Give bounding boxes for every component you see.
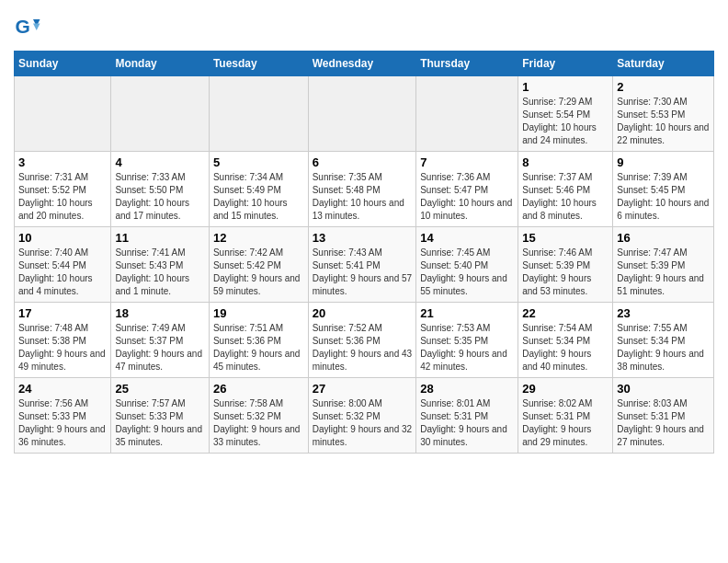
calendar-day-cell: 5 Sunrise: 7:34 AM Sunset: 5:49 PM Dayli… (209, 152, 308, 227)
calendar-week-row: 3 Sunrise: 7:31 AM Sunset: 5:52 PM Dayli… (15, 152, 714, 227)
day-info: Sunrise: 7:37 AM Sunset: 5:46 PM Dayligh… (522, 171, 609, 223)
svg-marker-2 (33, 24, 40, 31)
day-number: 12 (213, 231, 304, 245)
day-number: 23 (617, 306, 710, 320)
logo-icon: G (14, 14, 41, 41)
svg-text:G: G (16, 16, 30, 37)
calendar-week-row: 17 Sunrise: 7:48 AM Sunset: 5:38 PM Dayl… (15, 303, 714, 378)
calendar-day-cell: 22 Sunrise: 7:54 AM Sunset: 5:34 PM Dayl… (518, 303, 613, 378)
calendar-day-cell: 19 Sunrise: 7:51 AM Sunset: 5:36 PM Dayl… (209, 303, 308, 378)
calendar-day-cell: 10 Sunrise: 7:40 AM Sunset: 5:44 PM Dayl… (15, 227, 111, 303)
calendar-day-cell: 6 Sunrise: 7:35 AM Sunset: 5:48 PM Dayli… (308, 152, 416, 227)
day-info: Sunrise: 7:33 AM Sunset: 5:50 PM Dayligh… (115, 171, 204, 223)
calendar-day-cell: 3 Sunrise: 7:31 AM Sunset: 5:52 PM Dayli… (15, 152, 111, 227)
day-number: 3 (18, 155, 107, 169)
day-info: Sunrise: 7:47 AM Sunset: 5:39 PM Dayligh… (617, 247, 710, 298)
calendar-day-cell: 23 Sunrise: 7:55 AM Sunset: 5:34 PM Dayl… (613, 303, 714, 378)
calendar-week-row: 10 Sunrise: 7:40 AM Sunset: 5:44 PM Dayl… (15, 227, 714, 303)
day-number: 13 (313, 231, 413, 245)
day-number: 10 (18, 231, 107, 245)
day-number: 20 (313, 306, 413, 320)
weekday-header: Thursday (416, 52, 518, 76)
day-info: Sunrise: 7:49 AM Sunset: 5:37 PM Dayligh… (115, 322, 204, 373)
calendar-day-cell: 14 Sunrise: 7:45 AM Sunset: 5:40 PM Dayl… (416, 227, 518, 303)
day-number: 9 (617, 155, 710, 169)
calendar-day-cell: 24 Sunrise: 7:56 AM Sunset: 5:33 PM Dayl… (15, 378, 111, 454)
calendar-day-cell (308, 76, 416, 152)
day-number: 28 (420, 382, 514, 396)
day-number: 11 (115, 231, 204, 245)
day-number: 26 (213, 382, 304, 396)
day-number: 7 (420, 155, 514, 169)
page-header: G (14, 14, 714, 41)
calendar-day-cell: 18 Sunrise: 7:49 AM Sunset: 5:37 PM Dayl… (111, 303, 209, 378)
weekday-header: Saturday (613, 52, 714, 76)
day-number: 18 (115, 306, 204, 320)
weekday-header: Wednesday (308, 52, 416, 76)
calendar-day-cell: 29 Sunrise: 8:02 AM Sunset: 5:31 PM Dayl… (518, 378, 613, 454)
calendar-day-cell: 1 Sunrise: 7:29 AM Sunset: 5:54 PM Dayli… (518, 76, 613, 152)
day-number: 5 (213, 155, 304, 169)
day-info: Sunrise: 8:03 AM Sunset: 5:31 PM Dayligh… (617, 397, 710, 449)
day-info: Sunrise: 7:53 AM Sunset: 5:35 PM Dayligh… (420, 322, 514, 373)
calendar-day-cell: 7 Sunrise: 7:36 AM Sunset: 5:47 PM Dayli… (416, 152, 518, 227)
day-info: Sunrise: 8:00 AM Sunset: 5:32 PM Dayligh… (313, 397, 413, 449)
calendar-day-cell: 2 Sunrise: 7:30 AM Sunset: 5:53 PM Dayli… (613, 76, 714, 152)
weekday-header: Tuesday (209, 52, 308, 76)
day-number: 21 (420, 306, 514, 320)
calendar-day-cell: 17 Sunrise: 7:48 AM Sunset: 5:38 PM Dayl… (15, 303, 111, 378)
day-info: Sunrise: 7:31 AM Sunset: 5:52 PM Dayligh… (18, 171, 107, 223)
day-number: 15 (522, 231, 609, 245)
day-info: Sunrise: 7:52 AM Sunset: 5:36 PM Dayligh… (313, 322, 413, 373)
weekday-header: Sunday (15, 52, 111, 76)
calendar-day-cell (416, 76, 518, 152)
calendar-day-cell: 8 Sunrise: 7:37 AM Sunset: 5:46 PM Dayli… (518, 152, 613, 227)
day-number: 22 (522, 306, 609, 320)
calendar-week-row: 24 Sunrise: 7:56 AM Sunset: 5:33 PM Dayl… (15, 378, 714, 454)
day-number: 4 (115, 155, 204, 169)
day-number: 19 (213, 306, 304, 320)
day-number: 6 (313, 155, 413, 169)
day-info: Sunrise: 7:34 AM Sunset: 5:49 PM Dayligh… (213, 171, 304, 223)
day-info: Sunrise: 7:30 AM Sunset: 5:53 PM Dayligh… (617, 96, 710, 147)
calendar-day-cell: 4 Sunrise: 7:33 AM Sunset: 5:50 PM Dayli… (111, 152, 209, 227)
calendar-day-cell: 25 Sunrise: 7:57 AM Sunset: 5:33 PM Dayl… (111, 378, 209, 454)
calendar-week-row: 1 Sunrise: 7:29 AM Sunset: 5:54 PM Dayli… (15, 76, 714, 152)
day-info: Sunrise: 7:39 AM Sunset: 5:45 PM Dayligh… (617, 171, 710, 223)
day-number: 25 (115, 382, 204, 396)
calendar-day-cell (15, 76, 111, 152)
calendar-day-cell (209, 76, 308, 152)
day-info: Sunrise: 7:48 AM Sunset: 5:38 PM Dayligh… (18, 322, 107, 373)
day-info: Sunrise: 7:51 AM Sunset: 5:36 PM Dayligh… (213, 322, 304, 373)
day-info: Sunrise: 7:54 AM Sunset: 5:34 PM Dayligh… (522, 322, 609, 373)
day-number: 16 (617, 231, 710, 245)
day-info: Sunrise: 7:40 AM Sunset: 5:44 PM Dayligh… (18, 247, 107, 298)
weekday-header-row: SundayMondayTuesdayWednesdayThursdayFrid… (15, 52, 714, 76)
calendar-day-cell: 28 Sunrise: 8:01 AM Sunset: 5:31 PM Dayl… (416, 378, 518, 454)
day-number: 17 (18, 306, 107, 320)
calendar-day-cell: 9 Sunrise: 7:39 AM Sunset: 5:45 PM Dayli… (613, 152, 714, 227)
day-info: Sunrise: 7:57 AM Sunset: 5:33 PM Dayligh… (115, 397, 204, 449)
day-info: Sunrise: 7:35 AM Sunset: 5:48 PM Dayligh… (313, 171, 413, 223)
day-info: Sunrise: 7:56 AM Sunset: 5:33 PM Dayligh… (18, 397, 107, 449)
weekday-header: Monday (111, 52, 209, 76)
day-number: 2 (617, 80, 710, 94)
day-info: Sunrise: 7:55 AM Sunset: 5:34 PM Dayligh… (617, 322, 710, 373)
calendar-day-cell: 30 Sunrise: 8:03 AM Sunset: 5:31 PM Dayl… (613, 378, 714, 454)
day-number: 27 (313, 382, 413, 396)
day-info: Sunrise: 7:29 AM Sunset: 5:54 PM Dayligh… (522, 96, 609, 147)
day-info: Sunrise: 7:43 AM Sunset: 5:41 PM Dayligh… (313, 247, 413, 298)
calendar-day-cell: 27 Sunrise: 8:00 AM Sunset: 5:32 PM Dayl… (308, 378, 416, 454)
logo: G (14, 14, 43, 41)
day-info: Sunrise: 7:58 AM Sunset: 5:32 PM Dayligh… (213, 397, 304, 449)
calendar-day-cell: 11 Sunrise: 7:41 AM Sunset: 5:43 PM Dayl… (111, 227, 209, 303)
day-info: Sunrise: 7:45 AM Sunset: 5:40 PM Dayligh… (420, 247, 514, 298)
day-number: 24 (18, 382, 107, 396)
calendar-day-cell: 20 Sunrise: 7:52 AM Sunset: 5:36 PM Dayl… (308, 303, 416, 378)
day-number: 1 (522, 80, 609, 94)
day-info: Sunrise: 7:41 AM Sunset: 5:43 PM Dayligh… (115, 247, 204, 298)
day-info: Sunrise: 7:42 AM Sunset: 5:42 PM Dayligh… (213, 247, 304, 298)
calendar-day-cell: 26 Sunrise: 7:58 AM Sunset: 5:32 PM Dayl… (209, 378, 308, 454)
day-number: 14 (420, 231, 514, 245)
calendar-day-cell: 21 Sunrise: 7:53 AM Sunset: 5:35 PM Dayl… (416, 303, 518, 378)
